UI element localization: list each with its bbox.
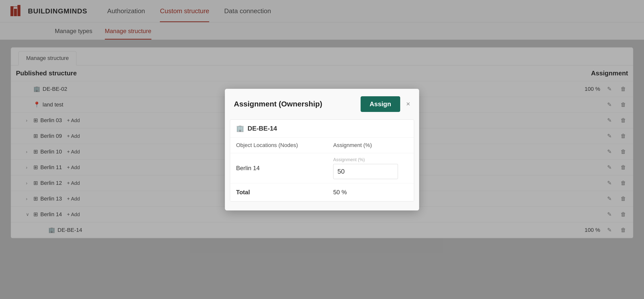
modal-header: Assignment (Ownership) Assign × bbox=[225, 89, 419, 119]
modal-table-header: Object Locations (Nodes) Assignment (%) bbox=[230, 138, 414, 153]
modal-section: 🏢 DE-BE-14 Object Locations (Nodes) Assi… bbox=[230, 119, 414, 202]
total-value: 50 % bbox=[333, 189, 408, 196]
modal-overlay[interactable]: Assignment (Ownership) Assign × 🏢 DE-BE-… bbox=[0, 0, 644, 299]
modal-title: Assignment (Ownership) bbox=[234, 100, 322, 108]
modal-building-name: DE-BE-14 bbox=[248, 125, 277, 132]
modal-body: 🏢 DE-BE-14 Object Locations (Nodes) Assi… bbox=[225, 119, 419, 210]
modal-col-left: Object Locations (Nodes) bbox=[236, 142, 333, 149]
input-label: Assignment (%) bbox=[333, 157, 408, 162]
modal-row-node-label: Berlin 14 bbox=[236, 165, 333, 172]
modal-row-input-area: Assignment (%) bbox=[333, 157, 408, 179]
modal-building-icon: 🏢 bbox=[236, 125, 244, 132]
assignment-modal: Assignment (Ownership) Assign × 🏢 DE-BE-… bbox=[225, 89, 419, 210]
modal-total-row: Total 50 % bbox=[230, 183, 414, 201]
modal-header-actions: Assign × bbox=[360, 96, 410, 112]
modal-building-row: 🏢 DE-BE-14 bbox=[230, 120, 414, 138]
assignment-input[interactable] bbox=[333, 164, 398, 179]
close-button[interactable]: × bbox=[406, 100, 410, 108]
modal-data-row: Berlin 14 Assignment (%) bbox=[230, 153, 414, 183]
assign-button[interactable]: Assign bbox=[360, 96, 400, 112]
modal-col-right: Assignment (%) bbox=[333, 142, 408, 149]
total-label: Total bbox=[236, 189, 333, 196]
